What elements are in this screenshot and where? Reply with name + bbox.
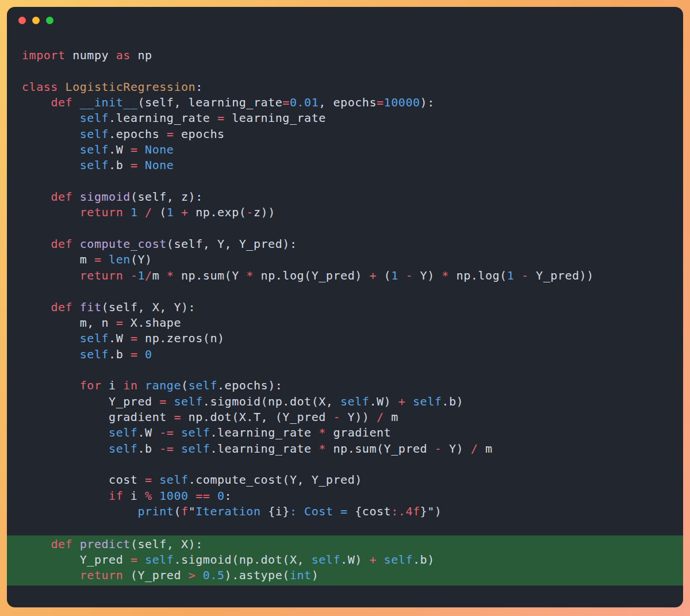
code-token: np.exp( <box>189 205 247 219</box>
code-line: def __init__(self, learning_rate=0.01, e… <box>7 95 683 110</box>
traffic-light-minimize-button[interactable] <box>32 17 40 24</box>
code-token: gradient <box>326 426 391 439</box>
code-token: : <box>225 489 232 503</box>
code-token <box>72 300 80 314</box>
code-token: = <box>131 143 138 156</box>
code-token: }") <box>420 504 442 518</box>
code-token: % <box>145 489 152 503</box>
code-line: if i % 1000 == 0: <box>7 488 683 504</box>
code-token: = <box>131 331 138 345</box>
code-token: def <box>51 300 72 314</box>
code-token: z)) <box>254 205 275 219</box>
code-token: Y) <box>442 442 470 456</box>
code-line: self.b = None <box>7 158 683 173</box>
code-token: m <box>152 269 167 282</box>
code-line <box>7 284 683 299</box>
code-token: class <box>22 80 58 94</box>
code-token: len <box>109 252 131 266</box>
code-token: .b <box>137 442 159 456</box>
code-token: -= <box>159 442 174 456</box>
code-token: = <box>167 127 174 141</box>
code-token <box>22 568 80 582</box>
code-token: : Cost = <box>290 504 355 518</box>
code-token <box>72 95 80 109</box>
code-line: self.W = np.zeros(n) <box>7 331 683 346</box>
code-token <box>22 442 109 456</box>
code-token: + <box>369 553 377 567</box>
code-line: self.b -= self.learning_rate * np.sum(Y_… <box>7 441 683 457</box>
code-token: self <box>340 395 369 408</box>
code-token: .b) <box>413 553 435 567</box>
code-token: (self, X, Y): <box>102 300 196 314</box>
code-token: .learning_rate <box>210 442 319 456</box>
code-token: 1 <box>391 269 398 282</box>
code-token: - <box>435 442 442 456</box>
code-token: np.sum(Y <box>174 269 246 282</box>
code-token <box>102 252 109 266</box>
code-token: {i} <box>268 504 290 518</box>
code-token: .epochs <box>109 127 167 141</box>
code-line: return -1/m * np.sum(Y * np.log(Y_pred) … <box>7 268 683 284</box>
code-token: range <box>145 378 181 392</box>
code-token <box>189 489 196 503</box>
code-token: + <box>369 269 377 282</box>
code-token <box>22 127 80 141</box>
code-token: self <box>109 426 137 439</box>
code-token <box>174 205 181 219</box>
traffic-light-close-button[interactable] <box>18 17 26 24</box>
code-token: self <box>174 395 202 408</box>
code-token: self <box>159 473 188 487</box>
code-token: Y_pred <box>22 395 159 408</box>
code-token: ).astype( <box>225 568 290 582</box>
code-token: ( <box>174 504 181 518</box>
code-token: LogisticRegression <box>66 80 196 94</box>
code-token: Y_pred)) <box>528 269 593 282</box>
code-token <box>72 237 80 251</box>
code-token: print <box>137 504 174 518</box>
code-token: int <box>290 568 312 582</box>
code-token: == <box>195 489 210 503</box>
code-line: cost = self.compute_cost(Y, Y_pred) <box>7 472 683 488</box>
code-token <box>22 111 80 125</box>
code-token: self <box>80 347 109 361</box>
code-token: / <box>145 205 152 219</box>
code-token: - <box>131 269 138 282</box>
code-line: self.epochs = epochs <box>7 127 683 142</box>
code-token <box>137 143 145 156</box>
code-token: - <box>522 269 529 282</box>
code-line: print(f"Iteration {i}: Cost = {cost:.4f}… <box>7 504 683 519</box>
code-window: import numpy as npclass LogisticRegressi… <box>7 7 683 607</box>
code-token: np.sum(Y_pred <box>326 442 435 456</box>
code-token: numpy <box>66 48 116 62</box>
code-line: def compute_cost(self, Y, Y_pred): <box>7 236 683 252</box>
code-token: Y_pred <box>22 553 131 567</box>
code-line: return 1 / (1 + np.exp(-z)) <box>7 205 683 220</box>
code-token: in <box>123 378 137 392</box>
code-token: = <box>282 95 290 109</box>
code-token: None <box>145 158 174 172</box>
code-token: .W) <box>340 553 369 567</box>
code-token: - <box>405 269 413 282</box>
code-token: / <box>145 269 152 282</box>
code-token: -= <box>159 426 174 439</box>
code-token: = <box>217 111 225 125</box>
code-token <box>58 80 66 94</box>
code-line: m, n = X.shape <box>7 315 683 331</box>
code-token: self <box>413 395 442 408</box>
code-token: import <box>22 48 66 62</box>
code-token: self <box>312 553 340 567</box>
code-token: " <box>189 504 196 518</box>
code-token: m <box>478 442 492 456</box>
code-token: (self, Y, Y_pred): <box>167 237 297 251</box>
code-token: .learning_rate <box>109 111 217 125</box>
code-token <box>137 553 145 567</box>
code-token: return <box>80 269 124 282</box>
code-token: i <box>123 489 145 503</box>
code-token <box>22 95 51 109</box>
code-token: Iteration <box>195 504 268 518</box>
code-token: 0.5 <box>203 568 225 582</box>
code-token: 1 <box>131 205 138 219</box>
code-token <box>514 269 522 282</box>
traffic-light-maximize-button[interactable] <box>46 17 53 24</box>
code-token <box>22 331 80 345</box>
